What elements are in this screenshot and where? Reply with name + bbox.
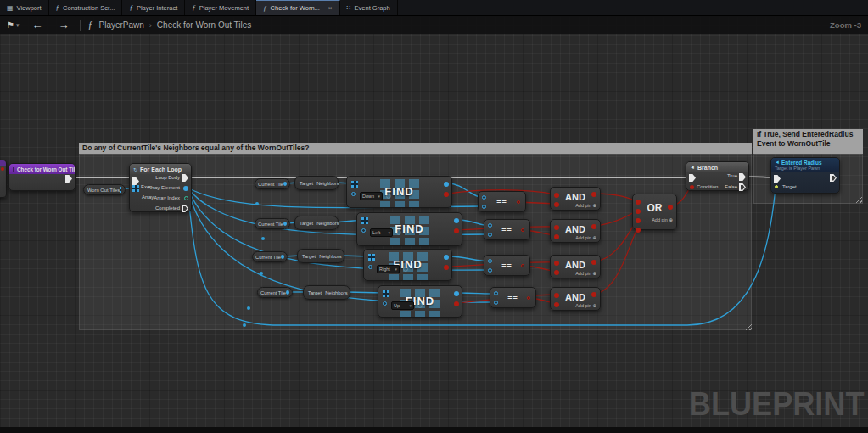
array-output-pin[interactable] (120, 187, 121, 193)
input-pin-a[interactable] (488, 223, 492, 228)
completed-pin[interactable] (182, 205, 188, 212)
input-pin-3[interactable] (636, 218, 641, 223)
neighbors-getter[interactable]: Target Neighbors (294, 216, 339, 230)
breadcrumb-context[interactable]: PlayerPawn (98, 20, 143, 30)
equals-node[interactable]: == (478, 191, 526, 212)
value-out-pin[interactable] (444, 255, 449, 260)
false-pin[interactable] (739, 183, 746, 191)
exec-in-pin[interactable] (774, 175, 781, 183)
neighbors-getter[interactable]: Target Neighbors (294, 176, 339, 190)
find-node[interactable]: FIND Left ▾ (356, 212, 462, 246)
found-out-pin[interactable] (444, 192, 449, 197)
add-pin-button[interactable]: Add pin ⊕ (575, 203, 596, 208)
exec-in-pin[interactable] (132, 177, 139, 185)
array-in-pin[interactable] (383, 290, 389, 297)
array-in-pin[interactable] (361, 217, 368, 224)
true-pin[interactable] (739, 173, 746, 181)
and-node[interactable]: AND Add pin ⊕ (550, 187, 601, 211)
input-pin-a[interactable] (554, 193, 559, 198)
and-node[interactable]: AND Add pin ⊕ (550, 287, 601, 311)
add-pin-button[interactable]: Add pin ⊕ (575, 271, 596, 276)
found-out-pin[interactable] (444, 265, 449, 270)
or-node[interactable]: OR Add pin ⊕ (632, 194, 677, 230)
input-pin-b[interactable] (554, 302, 559, 307)
array-index-pin[interactable] (184, 196, 188, 200)
input-pin-b[interactable] (488, 233, 492, 237)
tab-construction-script[interactable]: ƒ Construction Scr... (49, 0, 123, 15)
input-pin-2[interactable] (636, 209, 641, 214)
bookmark-button[interactable]: ⚑ ▾ (0, 20, 24, 30)
bool-out-pin[interactable] (668, 205, 673, 210)
equals-node[interactable]: == (484, 219, 530, 240)
input-pin-a[interactable] (554, 225, 559, 230)
tab-event-graph[interactable]: ∷ Event Graph (340, 0, 398, 15)
forward-button[interactable]: → (50, 20, 76, 31)
direction-dropdown[interactable]: Right ▾ (377, 265, 400, 273)
input-pin-b[interactable] (494, 301, 498, 305)
input-pin-b[interactable] (554, 234, 559, 239)
find-node[interactable]: FIND Up ▾ (378, 285, 462, 318)
value-out-pin[interactable] (454, 291, 459, 296)
input-pin-a[interactable] (554, 293, 559, 298)
output-pin[interactable] (283, 182, 287, 186)
loop-body-pin[interactable] (182, 174, 188, 182)
close-tab-icon[interactable]: × (328, 4, 333, 12)
tab-player-interact[interactable]: ƒ Player Interact (122, 0, 185, 15)
value-out-pin[interactable] (454, 218, 459, 223)
item-in-pin[interactable] (368, 265, 372, 269)
input-pin-b[interactable] (488, 268, 492, 273)
input-pin-a[interactable] (554, 261, 559, 266)
input-pin-b[interactable] (482, 205, 486, 209)
for-each-loop-node[interactable]: ↻ For Each Loop Exec Array Loop Body Arr… (129, 163, 192, 212)
exec-out-pin[interactable] (830, 174, 837, 182)
find-node[interactable]: FIND Right ▾ (363, 249, 452, 281)
equals-node[interactable]: == (484, 255, 530, 276)
bool-out-pin[interactable] (591, 224, 596, 229)
output-pin[interactable] (286, 290, 289, 295)
input-pin-b[interactable] (554, 270, 559, 275)
and-node[interactable]: AND Add pin ⊕ (550, 255, 601, 278)
found-out-pin[interactable] (454, 301, 459, 306)
input-pin-a[interactable] (482, 195, 486, 200)
current-tile-getter[interactable]: Current Tile (257, 287, 293, 298)
direction-dropdown[interactable]: Down ▾ (360, 192, 383, 200)
output-pin[interactable] (1, 167, 4, 171)
entered-radius-node[interactable]: ◄Entered Radius Target is Player Pawn Ta… (770, 157, 840, 194)
output-pin[interactable] (283, 222, 287, 226)
target-in-pin[interactable] (775, 185, 778, 188)
exec-out-pin[interactable] (65, 175, 72, 183)
add-pin-button[interactable]: Add pin ⊕ (575, 235, 596, 240)
graph-canvas[interactable]: BLUEPRINT ⚑ ▾ ← → ƒ PlayerPawn › Check f… (0, 16, 868, 427)
add-pin-button[interactable]: Add pin ⊕ (575, 303, 596, 308)
bool-out-pin[interactable] (591, 292, 596, 297)
item-in-pin[interactable] (383, 301, 387, 306)
input-pin-1[interactable] (636, 200, 641, 205)
value-out-pin[interactable] (444, 182, 449, 187)
back-button[interactable]: ← (24, 20, 50, 31)
branch-node[interactable]: ◄ Branch Condition True False (686, 161, 749, 191)
bool-out-pin[interactable] (591, 260, 596, 265)
found-out-pin[interactable] (454, 228, 459, 233)
input-pin-a[interactable] (494, 291, 498, 295)
neighbors-getter[interactable]: Target Neighbors (297, 249, 344, 263)
bool-out-pin[interactable] (521, 228, 524, 232)
item-in-pin[interactable] (361, 228, 366, 233)
exec-in-pin[interactable] (689, 174, 696, 182)
equals-node[interactable]: == (490, 287, 536, 308)
and-node[interactable]: AND Add pin ⊕ (550, 219, 601, 243)
input-pin-b[interactable] (554, 202, 559, 207)
direction-dropdown[interactable]: Up ▾ (391, 301, 414, 310)
input-pin-4[interactable] (636, 228, 641, 233)
current-tile-getter[interactable]: Current Tile (255, 218, 290, 229)
condition-pin[interactable] (690, 185, 694, 189)
array-element-pin[interactable] (183, 186, 188, 191)
tab-viewport[interactable]: ▦ Viewport (0, 0, 49, 15)
array-in-pin[interactable] (351, 181, 358, 188)
tab-check-for-worn-out-tiles[interactable]: ƒ Check for Worn... × (256, 0, 339, 15)
add-pin-button[interactable]: Add pin ⊕ (652, 217, 673, 222)
output-pin[interactable] (281, 255, 284, 259)
worn-out-tiles-getter[interactable]: Worn Out Tiles (83, 184, 126, 195)
bool-out-pin[interactable] (517, 200, 520, 204)
input-pin-a[interactable] (488, 259, 492, 263)
tab-player-movement[interactable]: ƒ Player Movement (185, 0, 256, 15)
